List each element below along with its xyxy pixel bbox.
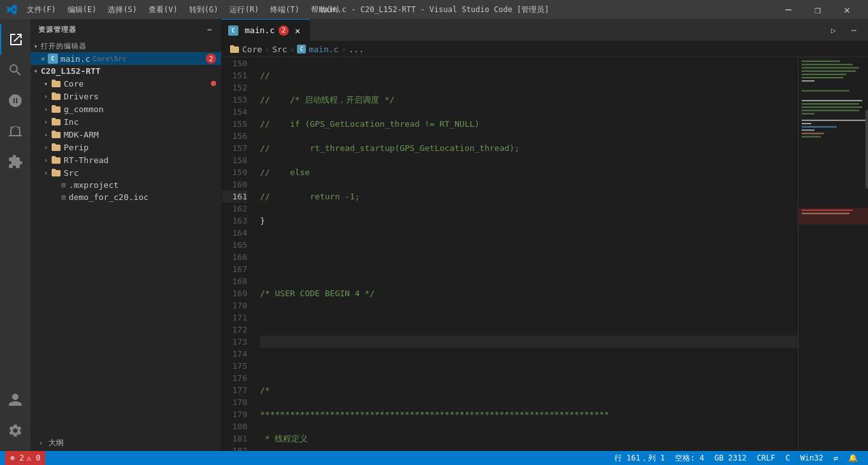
tree-item-inc[interactable]: › Inc <box>31 115 221 128</box>
status-bell[interactable]: 🔔 <box>843 451 863 465</box>
window-controls[interactable]: ─ ❐ ✕ <box>774 0 862 19</box>
breadcrumb-core[interactable]: Core <box>242 45 262 54</box>
outline-footer[interactable]: › 大纲 <box>31 435 221 451</box>
src-label: Src <box>64 168 78 178</box>
breadcrumb: Core › Src › C main.c › ... <box>222 41 868 57</box>
minimap[interactable] <box>798 57 868 451</box>
open-editors-header[interactable]: ▾ 打开的编辑器 <box>31 40 221 52</box>
project-arrow: ▾ <box>31 68 41 75</box>
svg-rect-14 <box>802 120 865 121</box>
encoding-text: GB 2312 <box>714 454 747 462</box>
folder-icon <box>51 142 61 152</box>
status-language[interactable]: C <box>780 451 795 465</box>
status-sync[interactable]: ⇄ <box>828 451 843 465</box>
line-ending-text: CRLF <box>757 454 776 462</box>
svg-rect-13 <box>802 113 814 115</box>
sync-icon: ⇄ <box>834 454 838 462</box>
tab-c-icon: C <box>228 25 238 36</box>
svg-rect-10 <box>802 103 859 104</box>
open-file-main-c[interactable]: ✕ C main.c Core\Src 2 <box>31 52 221 65</box>
explorer-title: 资源管理器 <box>38 25 76 34</box>
tree-item-src[interactable]: › Src <box>31 166 221 179</box>
tab-close-button[interactable]: ✕ <box>293 25 303 36</box>
svg-rect-16 <box>802 126 837 127</box>
tree-item-gcommon[interactable]: › g_common <box>31 103 221 115</box>
more-actions-button[interactable]: ⋯ <box>845 21 863 39</box>
inc-label: Inc <box>64 117 78 127</box>
drivers-label: Drivers <box>64 92 99 101</box>
svg-rect-12 <box>802 110 859 111</box>
folder-icon <box>51 91 61 101</box>
window-title: main.c - C20_L152-RTT - Visual Studio Co… <box>319 4 549 15</box>
menu-view[interactable]: 查看(V) <box>143 3 183 17</box>
breadcrumb-sep-2: › <box>290 45 295 54</box>
activity-extensions[interactable] <box>0 147 31 177</box>
file-error-badge: 2 <box>206 54 216 64</box>
line-col-text: 行 161，列 1 <box>614 453 665 464</box>
menu-bar[interactable]: 文件(F) 编辑(E) 选择(S) 查看(V) 转到(G) 运行(R) 终端(T… <box>22 3 345 17</box>
tree-item-rtthread[interactable]: › RT-Thread <box>31 154 221 166</box>
menu-goto[interactable]: 转到(G) <box>184 3 224 17</box>
ioc-label: demo_for_c20.ioc <box>69 192 148 202</box>
tree-item-mdk[interactable]: › MDK-ARM <box>31 128 221 141</box>
tree-item-perip[interactable]: › Perip <box>31 141 221 154</box>
breadcrumb-file[interactable]: main.c <box>308 45 338 54</box>
gcommon-arrow: › <box>41 106 51 113</box>
tab-bar-right: ▷ ⋯ <box>825 19 868 41</box>
close-file-icon[interactable]: ✕ <box>41 55 45 63</box>
tree-item-mxproject[interactable]: ≡ .mxproject <box>31 179 221 191</box>
activity-debug[interactable] <box>0 116 31 147</box>
mxproject-icon: ≡ <box>61 180 66 190</box>
menu-terminal[interactable]: 终端(T) <box>265 3 305 17</box>
folder-icon <box>51 104 61 114</box>
activity-bottom <box>0 385 31 451</box>
svg-rect-3 <box>802 67 859 68</box>
sidebar-header-icons[interactable]: ⋯ <box>206 24 213 35</box>
project-root[interactable]: ▾ C20_L152-RTT <box>31 65 221 77</box>
bell-icon: 🔔 <box>848 454 858 462</box>
breadcrumb-symbol[interactable]: ... <box>349 45 363 54</box>
tree-item-drivers[interactable]: › Drivers <box>31 90 221 103</box>
warning-count: ⚠ 0 <box>27 454 41 462</box>
status-encoding[interactable]: GB 2312 <box>709 451 752 465</box>
breadcrumb-folder-icon <box>229 44 240 54</box>
status-line-col[interactable]: 行 161，列 1 <box>609 451 670 465</box>
maximize-button[interactable]: ❐ <box>803 0 832 19</box>
line-numbers: 150151152153154 155156157158159 16016116… <box>222 57 254 451</box>
activity-settings[interactable] <box>0 415 31 446</box>
svg-rect-9 <box>802 100 862 101</box>
close-button[interactable]: ✕ <box>832 0 862 19</box>
menu-run[interactable]: 运行(R) <box>224 3 264 17</box>
title-bar-left: 文件(F) 编辑(E) 选择(S) 查看(V) 转到(G) 运行(R) 终端(T… <box>6 3 345 17</box>
code-content[interactable]: // // /* 启动线程，开启调度 */ // if (GPS_GetLoca… <box>254 57 798 451</box>
language-text: C <box>785 454 790 462</box>
sidebar-header: 资源管理器 ⋯ <box>31 19 221 40</box>
menu-edit[interactable]: 编辑(E) <box>62 3 102 17</box>
status-spaces[interactable]: 空格: 4 <box>670 451 709 465</box>
status-line-ending[interactable]: CRLF <box>752 451 781 465</box>
status-platform[interactable]: Win32 <box>795 451 828 465</box>
mdk-label: MDK-ARM <box>64 130 99 140</box>
svg-rect-4 <box>802 71 856 72</box>
activity-explorer[interactable] <box>0 24 31 55</box>
svg-rect-0 <box>799 57 868 451</box>
tree-item-core[interactable]: ▾ Core <box>31 77 221 90</box>
activity-account[interactable] <box>0 385 31 415</box>
new-file-icon[interactable]: ⋯ <box>206 24 213 35</box>
tab-main-c[interactable]: C main.c 2 ✕ <box>222 19 310 41</box>
breadcrumb-src[interactable]: Src <box>272 45 287 54</box>
svg-rect-1 <box>802 61 840 62</box>
menu-select[interactable]: 选择(S) <box>103 3 142 17</box>
minimize-button[interactable]: ─ <box>774 0 803 19</box>
status-errors[interactable]: ⊗ 2 ⚠ 0 <box>5 451 45 465</box>
activity-search[interactable] <box>0 55 31 85</box>
tab-bar: C main.c 2 ✕ ▷ ⋯ <box>222 19 868 41</box>
gcommon-label: g_common <box>64 104 104 114</box>
menu-file[interactable]: 文件(F) <box>22 3 61 17</box>
minimap-svg <box>799 57 868 451</box>
tab-label: main.c <box>245 25 275 35</box>
tree-item-ioc[interactable]: ≡ demo_for_c20.ioc <box>31 191 221 203</box>
split-editor-button[interactable]: ▷ <box>825 21 843 39</box>
error-count: ⊗ 2 <box>10 454 24 462</box>
activity-git[interactable] <box>0 85 31 116</box>
